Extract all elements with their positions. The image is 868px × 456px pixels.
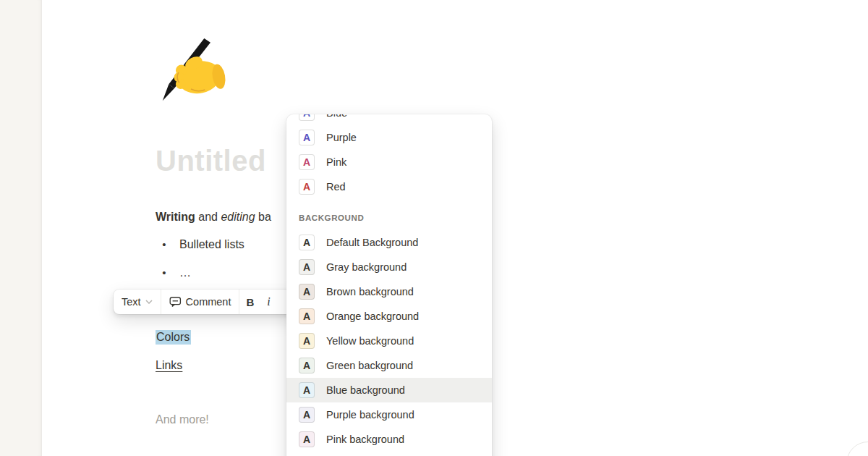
chip-letter: A <box>303 114 310 118</box>
menu-item-brown-background[interactable]: A Brown background <box>286 279 492 304</box>
help-button[interactable] <box>846 442 868 456</box>
menu-item-purple[interactable]: A Purple <box>286 125 492 150</box>
menu-item-green-background[interactable]: A Green background <box>286 353 492 378</box>
intro-tail-text: ba <box>255 211 271 223</box>
text-color-chip-icon: A <box>299 154 315 170</box>
menu-item-label: Pink background <box>326 434 404 445</box>
text-color-chip-icon: A <box>299 130 315 145</box>
chip-letter: A <box>303 336 310 346</box>
background-color-chip-icon: A <box>299 259 315 275</box>
text-color-chip-icon: A <box>299 179 315 195</box>
intro-italic-text: editing <box>221 211 255 223</box>
chip-letter: A <box>303 237 310 248</box>
colors-text-block[interactable]: Colors <box>156 329 191 345</box>
bold-button[interactable]: B <box>239 290 260 314</box>
background-section-header: BACKGROUND <box>286 209 492 227</box>
chip-letter: A <box>303 287 310 297</box>
intro-paragraph[interactable]: Writing and editing ba <box>156 208 271 226</box>
links-text-block[interactable]: Links <box>156 358 182 373</box>
menu-item-purple-background[interactable]: A Purple background <box>286 402 492 427</box>
menu-item-label: Brown background <box>326 286 414 297</box>
menu-item-blue[interactable]: A Blue <box>286 114 492 125</box>
menu-item-label: Purple <box>326 132 357 143</box>
color-menu-dropdown: A Blue A Purple A Pink A Red BACKGROUND <box>286 114 492 456</box>
bullet-label: … <box>179 264 191 282</box>
menu-item-red[interactable]: A Red <box>286 174 492 199</box>
background-color-chip-icon: A <box>299 382 315 398</box>
menu-item-label: Orange background <box>326 311 419 322</box>
chip-letter: A <box>303 360 310 371</box>
bullet-label: Bulleted lists <box>179 236 244 253</box>
editor-window: Untitled Writing and editing ba • Bullet… <box>0 0 868 456</box>
chip-letter: A <box>303 157 310 167</box>
menu-item-label: Red <box>326 181 346 193</box>
menu-item-label: Yellow background <box>326 335 414 347</box>
chip-letter: A <box>303 132 310 143</box>
background-color-chip-icon: A <box>299 358 315 373</box>
chip-letter: A <box>303 262 310 272</box>
background-color-chip-icon: A <box>299 431 315 447</box>
menu-item-pink-background[interactable]: A Pink background <box>286 427 492 452</box>
text-color-chip-icon: A <box>299 114 315 121</box>
background-color-chip-icon: A <box>299 333 315 349</box>
selected-text: Colors <box>156 330 191 345</box>
comment-button[interactable]: Comment <box>161 290 239 314</box>
bullet-item-1[interactable]: • Bulleted lists <box>156 236 244 253</box>
intro-mid-text: and <box>195 211 221 223</box>
writing-hand-emoji-icon[interactable] <box>158 38 227 107</box>
chip-letter: A <box>303 182 310 192</box>
chip-letter: A <box>303 410 310 420</box>
comment-label: Comment <box>186 296 231 308</box>
background-color-chip-icon: A <box>299 407 315 423</box>
turn-into-button[interactable]: Text <box>114 290 161 314</box>
menu-item-label: Default Background <box>326 237 418 248</box>
page-title[interactable]: Untitled <box>156 145 266 177</box>
bullet-dot: • <box>156 236 173 253</box>
menu-item-label: Green background <box>326 360 413 371</box>
chevron-down-icon <box>145 300 153 304</box>
italic-button[interactable]: i <box>260 290 276 314</box>
menu-item-label: Gray background <box>326 261 407 273</box>
background-color-chip-icon: A <box>299 235 315 250</box>
menu-item-label: Purple background <box>326 409 414 421</box>
bullet-item-2[interactable]: • … <box>156 264 191 282</box>
menu-item-label: Pink <box>326 156 346 168</box>
and-more-text[interactable]: And more! <box>156 413 209 426</box>
menu-item-pink[interactable]: A Pink <box>286 150 492 174</box>
chip-letter: A <box>303 311 310 321</box>
menu-item-orange-background[interactable]: A Orange background <box>286 304 492 329</box>
menu-item-gray-background[interactable]: A Gray background <box>286 255 492 279</box>
bullet-dot: • <box>156 264 173 282</box>
background-color-chip-icon: A <box>299 308 315 324</box>
links-link[interactable]: Links <box>156 359 182 371</box>
chip-letter: A <box>303 434 310 444</box>
chip-letter: A <box>303 385 310 395</box>
menu-item-label: Blue <box>326 114 347 119</box>
menu-item-label: Blue background <box>326 384 405 396</box>
format-toolbar: Text Comment B i <box>114 290 303 314</box>
left-sidebar <box>0 0 42 456</box>
menu-item-blue-background[interactable]: A Blue background <box>286 378 492 402</box>
comment-icon <box>169 296 182 308</box>
background-color-chip-icon: A <box>299 284 315 300</box>
menu-item-yellow-background[interactable]: A Yellow background <box>286 329 492 353</box>
menu-item-default-background[interactable]: A Default Background <box>286 230 492 255</box>
turn-into-label: Text <box>122 296 141 308</box>
intro-bold-text: Writing <box>156 211 195 223</box>
